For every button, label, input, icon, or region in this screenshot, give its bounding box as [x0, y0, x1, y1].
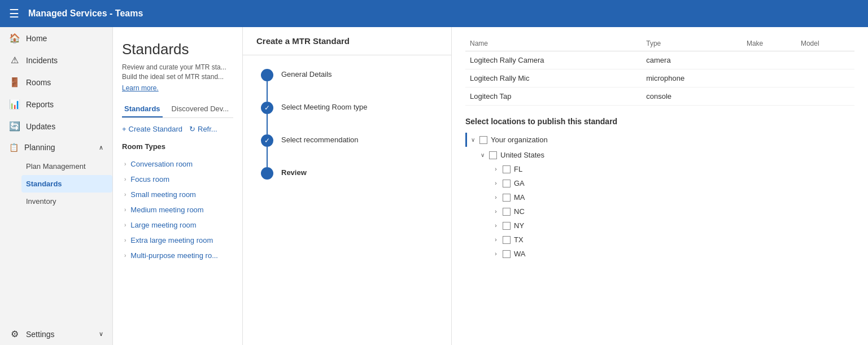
app-title: Managed Services - Teams [28, 8, 143, 19]
tree-row-nc[interactable]: › NC [490, 204, 854, 219]
chevron-right-icon: › [492, 208, 499, 215]
device-make [742, 51, 796, 69]
chevron-right-icon: › [124, 161, 126, 167]
device-model [796, 51, 854, 69]
room-type-label: Small meeting room [130, 190, 196, 199]
ga-label: GA [514, 179, 525, 187]
device-name: Logitech Rally Mic [465, 69, 642, 88]
wizard-step-2-line [267, 114, 268, 134]
sidebar-item-planning-label: Planning [24, 143, 55, 152]
wizard-step-general-details[interactable]: General Details [261, 69, 433, 102]
wizard-step-review[interactable]: Review [261, 167, 433, 180]
sidebar-sub-inventory[interactable]: Inventory [26, 193, 112, 210]
sidebar-item-reports[interactable]: 📊 Reports [0, 93, 112, 115]
device-type: camera [642, 51, 742, 69]
wizard-step-2-label: Select Meeting Room type [281, 102, 367, 111]
chevron-right-icon: › [492, 194, 499, 200]
updates-icon: 🔄 [9, 121, 20, 132]
sidebar-item-home[interactable]: 🏠 Home [0, 27, 112, 49]
chevron-right-icon: › [124, 252, 126, 259]
tree-row-wa[interactable]: › WA [490, 247, 854, 261]
ga-checkbox[interactable] [503, 180, 511, 187]
wizard-steps: General Details Select Meeting Room type [243, 55, 451, 193]
sidebar-item-planning[interactable]: 📋 Planning ∧ [0, 137, 112, 158]
device-make [742, 88, 796, 106]
refresh-icon: ↻ [189, 125, 195, 133]
device-model [796, 69, 854, 88]
tree-row-tx[interactable]: › TX [490, 233, 854, 247]
org-accent: ∨ Your organization [465, 133, 854, 147]
wizard-step-4-label: Review [281, 167, 307, 177]
room-type-label: Large meeting room [130, 221, 196, 229]
tree-row-ny[interactable]: › NY [490, 219, 854, 233]
sidebar-sub-standards[interactable]: Standards [21, 175, 112, 193]
standards-learn-more[interactable]: Learn more. [122, 84, 233, 92]
ma-label: MA [514, 193, 525, 202]
room-type-large-meeting[interactable]: › Large meeting room [122, 217, 233, 233]
room-types-list: › Conversation room › Focus room › Small… [122, 156, 233, 263]
sidebar-item-home-label: Home [26, 34, 47, 43]
tab-standards[interactable]: Standards [122, 101, 163, 117]
wizard-title: Create a MTR Standard [243, 27, 451, 55]
reports-icon: 📊 [9, 99, 20, 110]
tx-label: TX [514, 235, 524, 244]
standards-panel: Standards Review and curate your MTR sta… [113, 27, 243, 345]
tree-row-ga[interactable]: › GA [490, 176, 854, 190]
create-standard-label: Create Standard [129, 125, 182, 133]
us-checkbox[interactable] [489, 151, 497, 159]
create-standard-button[interactable]: + Create Standard [122, 125, 182, 133]
fl-checkbox[interactable] [503, 165, 511, 173]
room-type-label: Multi-purpose meeting ro... [130, 251, 218, 260]
chevron-down-icon: ∨ [469, 137, 476, 143]
sidebar-item-incidents-label: Incidents [26, 56, 58, 65]
room-type-focus-room[interactable]: › Focus room [122, 172, 233, 187]
chevron-right-icon: › [124, 222, 126, 228]
col-type: Type [642, 36, 742, 51]
chevron-right-icon: › [492, 237, 499, 243]
chevron-right-icon: › [124, 176, 126, 182]
sidebar-item-updates[interactable]: 🔄 Updates [0, 115, 112, 137]
sidebar-item-updates-label: Updates [26, 122, 55, 131]
us-label: United States [500, 151, 544, 159]
ma-checkbox[interactable] [503, 194, 511, 202]
tx-checkbox[interactable] [503, 236, 511, 244]
wizard-step-room-type[interactable]: Select Meeting Room type [261, 102, 433, 134]
wa-checkbox[interactable] [503, 250, 511, 258]
wizard-step-recommendation[interactable]: Select recommendation [261, 134, 433, 167]
right-panel: Name Type Make Model Logitech Rally Came… [452, 27, 868, 345]
org-checkbox[interactable] [479, 136, 487, 144]
sidebar-item-rooms[interactable]: 🚪 Rooms [0, 71, 112, 93]
planning-chevron-icon: ∧ [99, 144, 103, 151]
room-type-medium-meeting[interactable]: › Medium meeting room [122, 202, 233, 217]
tree-row-fl[interactable]: › FL [490, 162, 854, 176]
tree-row-organization[interactable]: ∨ Your organization [467, 133, 854, 147]
tab-discovered-dev[interactable]: Discovered Dev... [169, 101, 232, 117]
location-tree: ∨ Your organization ∨ United States [465, 133, 854, 261]
table-row: Logitech Rally Mic microphone [465, 69, 854, 88]
sidebar-sub-plan-management[interactable]: Plan Management [26, 158, 112, 175]
room-type-extra-large[interactable]: › Extra large meeting room [122, 233, 233, 248]
room-type-multi-purpose[interactable]: › Multi-purpose meeting ro... [122, 248, 233, 263]
wizard-step-1-label: General Details [281, 69, 332, 78]
sidebar-item-settings-label: Settings [26, 330, 55, 339]
tree-row-us[interactable]: ∨ United States [477, 148, 854, 162]
chevron-right-icon: › [124, 237, 126, 243]
standards-title: Standards [122, 41, 233, 58]
sidebar-item-settings[interactable]: ⚙ Settings ∨ [0, 323, 112, 345]
sidebar-item-incidents[interactable]: ⚠ Incidents [0, 49, 112, 71]
refresh-button[interactable]: ↻ Refr... [189, 125, 217, 133]
fl-label: FL [514, 165, 522, 173]
wizard-panel: Create a MTR Standard General Details [243, 27, 452, 345]
col-make: Make [742, 36, 796, 51]
table-row: Logitech Tap console [465, 88, 854, 106]
menu-icon[interactable]: ☰ [9, 7, 19, 20]
wa-label: WA [514, 250, 525, 258]
standards-desc: Review and curate your MTR sta...Build t… [122, 63, 233, 82]
chevron-right-icon: › [492, 251, 499, 257]
tree-row-ma[interactable]: › MA [490, 190, 854, 204]
ny-checkbox[interactable] [503, 222, 511, 230]
nc-checkbox[interactable] [503, 208, 511, 216]
sidebar-item-rooms-label: Rooms [26, 78, 51, 87]
room-type-small-meeting[interactable]: › Small meeting room [122, 187, 233, 202]
room-type-conversation-room[interactable]: › Conversation room [122, 156, 233, 172]
